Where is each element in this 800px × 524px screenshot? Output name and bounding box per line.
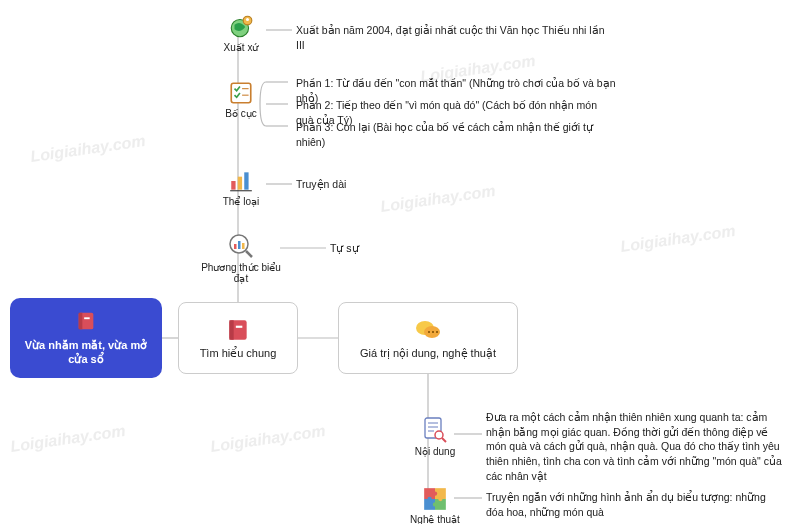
globe-icon — [228, 14, 254, 40]
root-node: Vừa nhắm mắt, vừa mở cửa sổ — [10, 298, 162, 378]
svg-rect-24 — [242, 243, 245, 249]
svg-point-10 — [436, 331, 438, 333]
svg-line-31 — [442, 438, 446, 442]
svg-rect-4 — [229, 320, 233, 340]
svg-point-38 — [438, 497, 442, 501]
svg-point-37 — [427, 497, 431, 501]
node-content-caption: Nội dung — [415, 446, 455, 457]
svg-rect-18 — [238, 177, 242, 190]
svg-rect-2 — [84, 317, 90, 319]
node-mode-caption: Phương thức biểu đạt — [196, 262, 286, 284]
node-layout: Bố cục — [196, 80, 286, 119]
node-art: Nghệ thuật — [390, 486, 480, 524]
leaf-layout-p3: Phần 3: Còn lại (Bài học của bố về cách … — [296, 120, 616, 149]
magnify-chart-icon — [227, 232, 255, 260]
svg-point-8 — [428, 331, 430, 333]
watermark: Loigiaihay.com — [379, 182, 496, 216]
watermark: Loigiaihay.com — [209, 422, 326, 456]
svg-point-39 — [433, 502, 437, 506]
leaf-art: Truyện ngắn với những hình ảnh ẩn dụ biể… — [486, 490, 786, 519]
svg-point-30 — [435, 431, 443, 439]
leaf-mode: Tự sự — [330, 241, 359, 256]
svg-rect-23 — [238, 241, 241, 249]
node-value: Giá trị nội dung, nghệ thuật — [338, 302, 518, 374]
watermark: Loigiaihay.com — [29, 132, 146, 166]
node-origin: Xuất xứ — [196, 14, 286, 53]
leaf-origin: Xuất bản năm 2004, đạt giải nhất cuộc th… — [296, 23, 616, 52]
book-icon — [225, 317, 251, 343]
svg-rect-22 — [234, 244, 237, 249]
svg-point-36 — [433, 491, 437, 495]
watermark: Loigiaihay.com — [9, 422, 126, 456]
node-layout-caption: Bố cục — [225, 108, 256, 119]
node-value-label: Giá trị nội dung, nghệ thuật — [360, 347, 496, 360]
leaf-genre: Truyện dài — [296, 177, 346, 192]
puzzle-icon — [422, 486, 448, 512]
book-icon — [75, 310, 97, 332]
node-genre-caption: Thể loại — [223, 196, 259, 207]
svg-line-25 — [246, 251, 252, 257]
doc-search-icon — [422, 416, 448, 444]
svg-rect-5 — [236, 325, 243, 327]
node-general-label: Tìm hiểu chung — [200, 347, 277, 360]
svg-point-13 — [246, 18, 249, 21]
svg-rect-14 — [231, 83, 251, 103]
checklist-icon — [228, 80, 254, 106]
node-art-caption: Nghệ thuật — [410, 514, 460, 524]
watermark: Loigiaihay.com — [619, 222, 736, 256]
chat-icon — [414, 317, 442, 343]
svg-rect-19 — [244, 172, 248, 189]
bar-chart-icon — [228, 168, 254, 194]
leaf-content: Đưa ra một cách cảm nhận thiên nhiên xun… — [486, 410, 786, 483]
svg-rect-17 — [231, 181, 235, 190]
node-content: Nội dung — [390, 416, 480, 457]
root-title: Vừa nhắm mắt, vừa mở cửa sổ — [18, 338, 154, 367]
node-genre: Thể loại — [196, 168, 286, 207]
svg-rect-1 — [79, 312, 83, 329]
svg-point-9 — [432, 331, 434, 333]
node-mode: Phương thức biểu đạt — [196, 232, 286, 284]
node-origin-caption: Xuất xứ — [224, 42, 259, 53]
node-general: Tìm hiểu chung — [178, 302, 298, 374]
